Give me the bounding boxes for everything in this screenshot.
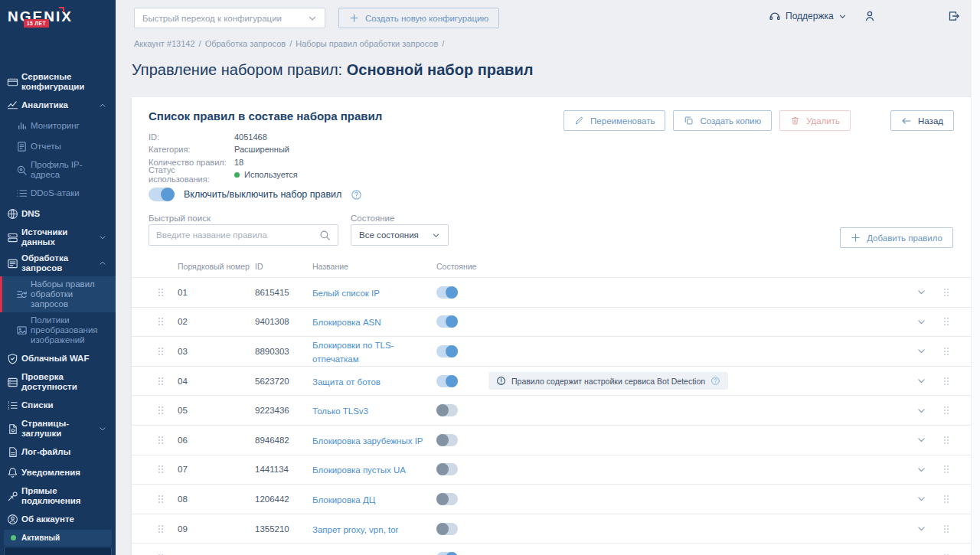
row-expand-chevron[interactable] (916, 287, 926, 297)
row-menu-dots[interactable] (942, 464, 951, 475)
sidebar-item-dns[interactable]: DNS (0, 204, 116, 224)
add-rule-button[interactable]: Добавить правило (840, 227, 953, 248)
account-status-badge[interactable]: Активный (4, 530, 112, 546)
row-expand-chevron[interactable] (916, 524, 926, 534)
rule-name-link[interactable]: Запрет proxy, vpn, tor (312, 525, 398, 534)
row-expand-chevron[interactable] (916, 494, 926, 504)
row-menu-dots[interactable] (942, 376, 951, 387)
drag-handle-icon[interactable] (156, 435, 165, 446)
rule-state-toggle[interactable] (436, 552, 458, 555)
row-expand-chevron[interactable] (916, 406, 926, 416)
sidebar-item-label: Уведомления (21, 468, 80, 478)
search-icon[interactable] (319, 230, 331, 241)
breadcrumb-rule-sets-link[interactable]: Наборы правил обработки запросов (296, 39, 438, 48)
sidebar-item-rule-sets[interactable]: Наборы правил обработки запросов (0, 276, 116, 312)
rule-name-link[interactable]: Блокировка пустых UA (312, 465, 406, 475)
row-menu-dots[interactable] (942, 316, 951, 327)
sidebar-item-availability-check[interactable]: Проверка доступности (0, 369, 116, 395)
rule-state-toggle[interactable] (436, 345, 458, 357)
rule-state-toggle[interactable] (436, 463, 458, 475)
rule-name-link[interactable]: Блокировка ASN (312, 318, 381, 327)
row-expand-chevron[interactable] (916, 346, 926, 356)
row-menu-dots[interactable] (942, 435, 951, 446)
row-expand-chevron[interactable] (916, 465, 926, 475)
sidebar-item-label: Прямые подключения (21, 486, 97, 506)
sidebar-item-lists[interactable]: Списки (0, 395, 116, 416)
rule-state-toggle[interactable] (436, 493, 458, 505)
rule-state-toggle[interactable] (436, 404, 458, 416)
report-icon (16, 141, 28, 152)
detail-label: Статус использования: (149, 165, 234, 184)
breadcrumb-account-link[interactable]: Аккаунт #13142 (134, 39, 195, 48)
sidebar-item-data-sources[interactable]: Источники данных (0, 224, 116, 250)
help-icon[interactable] (351, 189, 362, 201)
drag-handle-icon[interactable] (156, 524, 165, 534)
sidebar-item-monitoring[interactable]: Мониторинг (0, 116, 116, 136)
sidebar-item-direct-connections[interactable]: Прямые подключения (0, 483, 116, 509)
drag-handle-icon[interactable] (156, 316, 165, 327)
sidebar-item-ddos[interactable]: DDoS-атаки (0, 183, 116, 204)
sidebar-item-request-processing[interactable]: Обработка запросов (0, 250, 116, 276)
person-icon (864, 10, 876, 22)
sidebar-item-ip-profile[interactable]: Профиль IP-адреса (0, 157, 116, 183)
back-button[interactable]: Назад (890, 110, 954, 131)
row-menu-dots[interactable] (942, 405, 951, 416)
drag-handle-icon[interactable] (156, 494, 165, 504)
rule-state-toggle[interactable] (436, 375, 458, 387)
rule-name-link[interactable]: Защита от ботов (312, 377, 381, 387)
sidebar-bottom-box[interactable] (4, 547, 112, 555)
row-menu-dots[interactable] (942, 287, 951, 298)
user-account-button[interactable] (864, 10, 876, 22)
rule-name-link[interactable]: Блокировка ДЦ (312, 495, 375, 504)
rule-name-link[interactable]: Белый список IP (312, 289, 380, 298)
drag-handle-icon[interactable] (156, 464, 165, 475)
sidebar-item-analytics[interactable]: Аналитика (0, 95, 116, 116)
rule-name-link[interactable]: Только TLSv3 (312, 406, 368, 416)
breadcrumb-separator: / (442, 39, 444, 48)
rule-name-link[interactable]: Блокировка зарубежных IP (312, 436, 423, 446)
row-expand-chevron[interactable] (916, 376, 926, 386)
drag-handle-icon[interactable] (156, 346, 165, 357)
logout-button[interactable] (948, 10, 960, 22)
drag-handle-icon[interactable] (156, 287, 165, 298)
ruleset-enable-toggle[interactable] (149, 188, 175, 201)
copy-button[interactable]: Создать копию (673, 110, 772, 131)
rule-name-link[interactable]: Блокировки по TLS-отпечаткам (312, 341, 394, 364)
breadcrumb-request-processing-link[interactable]: Обработка запросов (205, 39, 286, 48)
sidebar-item-service-configs[interactable]: Сервисные конфигурации (0, 69, 116, 95)
rule-state-toggle[interactable] (436, 315, 458, 328)
drag-handle-icon[interactable] (156, 376, 165, 387)
rename-button[interactable]: Переименовать (564, 110, 665, 131)
rule-state-toggle[interactable] (436, 434, 458, 446)
drag-handle-icon[interactable] (156, 405, 165, 416)
page-scrollbar[interactable] (971, 0, 980, 555)
plus-icon (851, 233, 861, 243)
row-menu-dots[interactable] (942, 346, 951, 357)
sidebar-item-stub-pages[interactable]: Страницы-заглушки (0, 416, 116, 442)
rule-state-toggle[interactable] (436, 523, 458, 535)
support-menu[interactable]: Поддержка (769, 10, 847, 22)
rule-state-toggle[interactable] (436, 286, 458, 299)
rule-search-input[interactable] (156, 230, 315, 240)
sidebar-item-image-policies[interactable]: Политики преобразования изображений (0, 312, 116, 348)
sidebar-item-account[interactable]: Об аккаунте (0, 509, 116, 530)
sidebar-item-notifications[interactable]: Уведомления (0, 462, 116, 483)
help-icon[interactable] (710, 376, 720, 386)
row-expand-chevron[interactable] (916, 317, 926, 327)
sidebar-item-log-files[interactable]: Лог-файлы (0, 442, 116, 462)
table-row: 02 9401308 Блокировка ASN (132, 307, 971, 337)
sidebar-item-reports[interactable]: Отчеты (0, 136, 116, 157)
state-filter-select[interactable]: Все состояния (351, 224, 449, 246)
row-menu-dots[interactable] (942, 524, 951, 534)
row-menu-dots[interactable] (942, 494, 951, 504)
trash-icon (790, 116, 800, 126)
row-expand-chevron[interactable] (916, 435, 926, 445)
sidebar-item-cloud-waf[interactable]: Облачный WAF (0, 348, 116, 369)
ngenix-logo[interactable]: NGENIX 15 ЛЕТ (0, 0, 116, 38)
quick-config-dropdown[interactable]: Быстрый переход к конфигурации (134, 8, 325, 28)
rule-name-cell: Блокировка зарубежных IP (312, 433, 436, 447)
create-config-button[interactable]: Создать новую конфигурацию (338, 8, 499, 28)
delete-button[interactable]: Удалить (779, 110, 851, 131)
breadcrumb-separator: / (199, 39, 201, 48)
usage-status-value: Используется (234, 170, 298, 179)
